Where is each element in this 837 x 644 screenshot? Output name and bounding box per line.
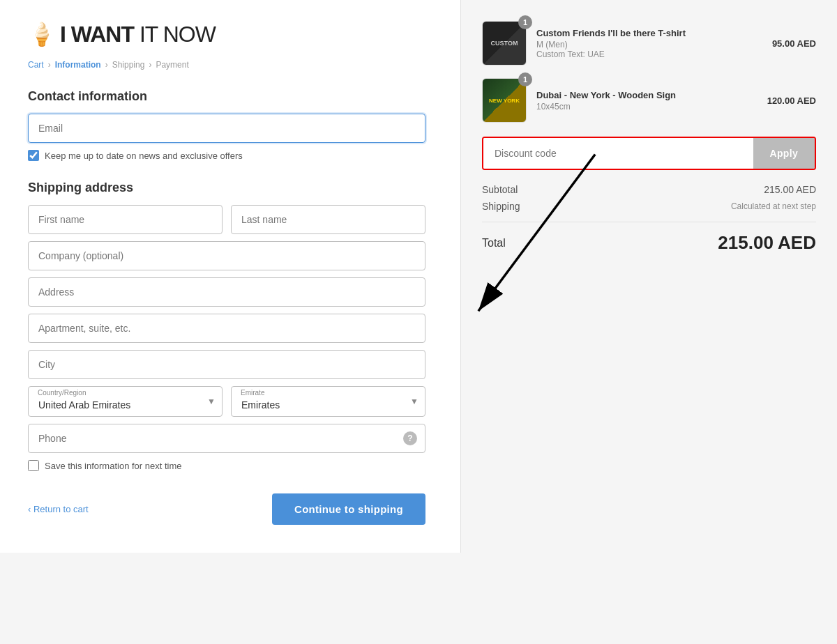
save-checkbox[interactable] [28, 460, 39, 471]
subtotal-label: Subtotal [482, 184, 518, 195]
shipping-label: Shipping [482, 201, 520, 212]
item-1-quantity-badge: 1 [518, 15, 532, 29]
shipping-section-title: Shipping address [28, 181, 425, 195]
breadcrumb-shipping: Shipping [112, 60, 145, 70]
apartment-field[interactable] [28, 314, 425, 343]
first-name-field[interactable] [28, 205, 223, 234]
total-label: Total [482, 237, 506, 250]
bottom-actions: ‹ Return to cart Continue to shipping [28, 493, 425, 525]
item-2-name: Dubai - New York - Wooden Sign [536, 90, 757, 100]
item-1-image-wrap: CUSTOM 1 [482, 21, 527, 66]
logo-text: I WANT IT NOW [60, 22, 216, 47]
total-value: 215.00 AED [718, 232, 816, 254]
company-field[interactable] [28, 241, 425, 270]
logo: 🍦 I WANT IT NOW [28, 21, 425, 47]
left-panel: 🍦 I WANT IT NOW Cart › Information › Shi… [0, 0, 460, 553]
breadcrumb-cart[interactable]: Cart [28, 60, 44, 70]
breadcrumb: Cart › Information › Shipping › Payment [28, 60, 425, 70]
breadcrumb-sep3: › [149, 60, 151, 70]
item-2-thumbnail: NEW YORK [482, 78, 527, 123]
contact-section-title: Contact information [28, 89, 425, 104]
save-row: Save this information for next time [28, 460, 425, 471]
discount-code-input[interactable] [483, 138, 753, 169]
emirate-label: Emirate [241, 389, 264, 397]
email-field[interactable] [28, 114, 425, 143]
item-1-name: Custom Friends I'll be there T-shirt [536, 28, 762, 38]
item-1-thumbnail: CUSTOM [482, 21, 527, 66]
name-row [28, 205, 425, 234]
phone-field[interactable] [28, 424, 425, 453]
subtotal-value: 215.00 AED [764, 184, 816, 195]
country-label: Country/Region [38, 389, 86, 397]
breadcrumb-sep1: › [48, 60, 51, 70]
shipping-value: Calculated at next step [731, 201, 816, 211]
address-field[interactable] [28, 277, 425, 307]
order-items: CUSTOM 1 Custom Friends I'll be there T-… [482, 21, 816, 123]
total-row: Total 215.00 AED [482, 222, 816, 254]
city-field[interactable] [28, 350, 425, 379]
breadcrumb-sep2: › [105, 60, 108, 70]
breadcrumb-information: Information [55, 60, 101, 70]
item-2-image-wrap: NEW YORK 1 [482, 78, 527, 123]
emirate-wrap: Emirate Emirates ▼ [231, 386, 425, 417]
logo-bold: I WANT [60, 22, 134, 47]
order-item-1: CUSTOM 1 Custom Friends I'll be there T-… [482, 21, 816, 66]
return-to-cart-link[interactable]: ‹ Return to cart [28, 504, 89, 514]
item-1-custom: Custom Text: UAE [536, 49, 762, 59]
item-1-variant: M (Men) [536, 40, 762, 49]
logo-light: IT NOW [134, 22, 216, 47]
item-1-price: 95.00 AED [772, 38, 816, 49]
shipping-row: Shipping Calculated at next step [482, 201, 816, 212]
item-2-details: Dubai - New York - Wooden Sign 10x45cm [536, 90, 757, 112]
phone-wrap: ? [28, 424, 425, 453]
discount-section: Apply [482, 137, 816, 170]
country-emirate-row: Country/Region United Arab Emirates ▼ Em… [28, 386, 425, 417]
newsletter-row: Keep me up to date on news and exclusive… [28, 150, 425, 161]
breadcrumb-payment: Payment [156, 60, 188, 70]
item-2-price: 120.00 AED [767, 95, 816, 106]
item-2-quantity-badge: 1 [518, 72, 532, 86]
order-item-2: NEW YORK 1 Dubai - New York - Wooden Sig… [482, 78, 816, 123]
item-2-variant: 10x45cm [536, 102, 757, 112]
save-label: Save this information for next time [45, 461, 182, 471]
right-panel: CUSTOM 1 Custom Friends I'll be there T-… [460, 0, 837, 553]
item-1-details: Custom Friends I'll be there T-shirt M (… [536, 28, 762, 59]
apply-discount-button[interactable]: Apply [753, 138, 815, 169]
continue-to-shipping-button[interactable]: Continue to shipping [272, 493, 425, 525]
logo-icon: 🍦 [28, 21, 56, 47]
phone-help-icon[interactable]: ? [403, 431, 417, 445]
country-wrap: Country/Region United Arab Emirates ▼ [28, 386, 223, 417]
subtotal-row: Subtotal 215.00 AED [482, 184, 816, 195]
last-name-field[interactable] [231, 205, 425, 234]
newsletter-checkbox[interactable] [28, 150, 39, 161]
newsletter-label: Keep me up to date on news and exclusive… [45, 151, 243, 161]
